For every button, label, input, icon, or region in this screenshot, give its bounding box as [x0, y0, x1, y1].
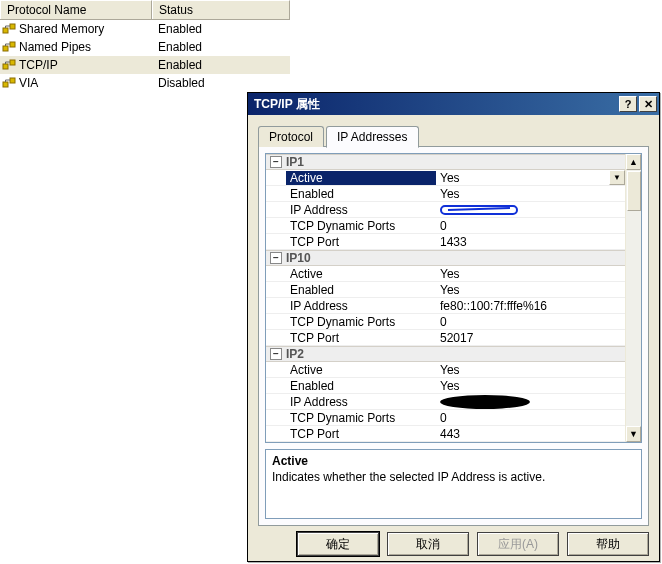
property-row[interactable]: Enabled Yes: [266, 282, 625, 298]
description-title: Active: [272, 454, 635, 468]
property-row[interactable]: IP Address: [266, 202, 625, 218]
collapse-icon[interactable]: −: [270, 252, 282, 264]
property-label: IP Address: [286, 203, 436, 217]
ok-button[interactable]: 确定: [297, 532, 379, 556]
svg-rect-1: [10, 24, 15, 29]
protocol-icon: [2, 41, 16, 53]
property-row[interactable]: TCP Dynamic Ports 0: [266, 314, 625, 330]
svg-rect-2: [3, 46, 8, 51]
description-panel: Active Indicates whether the selected IP…: [265, 449, 642, 519]
svg-rect-5: [10, 60, 15, 65]
property-label: Enabled: [286, 379, 436, 393]
dropdown-icon[interactable]: ▼: [609, 170, 625, 185]
tab-body: −IP1 Active Yes▼ Enabled Yes IP Address …: [258, 146, 649, 526]
protocol-row[interactable]: Shared Memory Enabled: [0, 20, 290, 38]
scroll-thumb[interactable]: [627, 171, 641, 211]
protocol-status: Disabled: [152, 76, 290, 90]
property-value: 443: [440, 427, 460, 441]
property-label: Active: [286, 267, 436, 281]
scroll-up-icon[interactable]: ▲: [626, 154, 641, 170]
property-row[interactable]: TCP Dynamic Ports 0: [266, 218, 625, 234]
property-value: Yes: [440, 283, 460, 297]
protocol-icon: [2, 23, 16, 35]
property-value: 1433: [440, 235, 467, 249]
property-row[interactable]: IP Address fe80::100:7f:fffe%16: [266, 298, 625, 314]
property-row[interactable]: TCP Dynamic Ports 0: [266, 410, 625, 426]
property-label: IP Address: [286, 299, 436, 313]
scroll-down-icon[interactable]: ▼: [626, 426, 641, 442]
property-value: fe80::100:7f:fffe%16: [440, 299, 547, 313]
property-label: Active: [286, 363, 436, 377]
section-header[interactable]: −IP1: [266, 154, 625, 170]
svg-rect-0: [3, 28, 8, 33]
property-label: IP Address: [286, 395, 436, 409]
property-value: Yes: [440, 171, 460, 185]
section-name: IP1: [286, 155, 304, 169]
protocol-name: VIA: [19, 76, 38, 90]
protocol-status: Enabled: [152, 58, 290, 72]
property-label: TCP Port: [286, 331, 436, 345]
property-label: Enabled: [286, 283, 436, 297]
help-button-bottom[interactable]: 帮助: [567, 532, 649, 556]
property-value: Yes: [440, 363, 460, 377]
section-header[interactable]: −IP2: [266, 346, 625, 362]
column-header-name[interactable]: Protocol Name: [0, 0, 152, 19]
property-label: TCP Dynamic Ports: [286, 219, 436, 233]
column-header-status[interactable]: Status: [152, 0, 290, 19]
property-label: TCP Port: [286, 427, 436, 441]
property-label: TCP Port: [286, 235, 436, 249]
property-value: 0: [440, 411, 447, 425]
apply-button: 应用(A): [477, 532, 559, 556]
help-button[interactable]: ?: [619, 96, 637, 112]
dialog-title: TCP/IP 属性: [254, 96, 619, 113]
svg-rect-7: [10, 78, 15, 83]
redacted-value: [440, 205, 518, 215]
tab-ip-addresses[interactable]: IP Addresses: [326, 126, 419, 148]
protocol-icon: [2, 77, 16, 89]
property-label: TCP Dynamic Ports: [286, 315, 436, 329]
property-row[interactable]: TCP Port 1433: [266, 234, 625, 250]
tab-protocol[interactable]: Protocol: [258, 126, 324, 147]
collapse-icon[interactable]: −: [270, 156, 282, 168]
property-value: Yes: [440, 379, 460, 393]
property-row[interactable]: Active Yes▼: [266, 170, 625, 186]
property-value: 0: [440, 219, 447, 233]
property-label: Active: [286, 171, 436, 185]
protocol-row[interactable]: VIA Disabled: [0, 74, 290, 92]
protocol-row[interactable]: TCP/IP Enabled: [0, 56, 290, 74]
property-value: 0: [440, 315, 447, 329]
description-text: Indicates whether the selected IP Addres…: [272, 470, 635, 484]
property-value: Yes: [440, 187, 460, 201]
property-row[interactable]: TCP Port 443: [266, 426, 625, 442]
property-label: Enabled: [286, 187, 436, 201]
dialog-titlebar[interactable]: TCP/IP 属性 ? ✕: [248, 93, 659, 115]
section-name: IP10: [286, 251, 311, 265]
property-value: 52017: [440, 331, 473, 345]
protocol-status: Enabled: [152, 40, 290, 54]
protocol-icon: [2, 59, 16, 71]
property-row[interactable]: TCP Port 52017: [266, 330, 625, 346]
property-row[interactable]: IP Address: [266, 394, 625, 410]
svg-rect-6: [3, 82, 8, 87]
property-row[interactable]: Active Yes: [266, 266, 625, 282]
protocol-name: TCP/IP: [19, 58, 58, 72]
dialog-button-row: 确定 取消 应用(A) 帮助: [248, 532, 659, 564]
cancel-button[interactable]: 取消: [387, 532, 469, 556]
svg-rect-4: [3, 64, 8, 69]
vertical-scrollbar[interactable]: ▲ ▼: [625, 154, 641, 442]
protocol-name: Named Pipes: [19, 40, 91, 54]
protocol-list-header: Protocol Name Status: [0, 0, 290, 20]
tab-strip: ProtocolIP Addresses: [258, 126, 649, 147]
redacted-value: [440, 395, 530, 409]
property-row[interactable]: Enabled Yes: [266, 378, 625, 394]
property-row[interactable]: Enabled Yes: [266, 186, 625, 202]
section-header[interactable]: −IP10: [266, 250, 625, 266]
property-row[interactable]: Active Yes: [266, 362, 625, 378]
section-name: IP2: [286, 347, 304, 361]
close-button[interactable]: ✕: [639, 96, 657, 112]
protocol-row[interactable]: Named Pipes Enabled: [0, 38, 290, 56]
tcpip-properties-dialog: TCP/IP 属性 ? ✕ ProtocolIP Addresses −IP1 …: [247, 92, 660, 562]
property-grid: −IP1 Active Yes▼ Enabled Yes IP Address …: [265, 153, 642, 443]
collapse-icon[interactable]: −: [270, 348, 282, 360]
property-label: TCP Dynamic Ports: [286, 411, 436, 425]
